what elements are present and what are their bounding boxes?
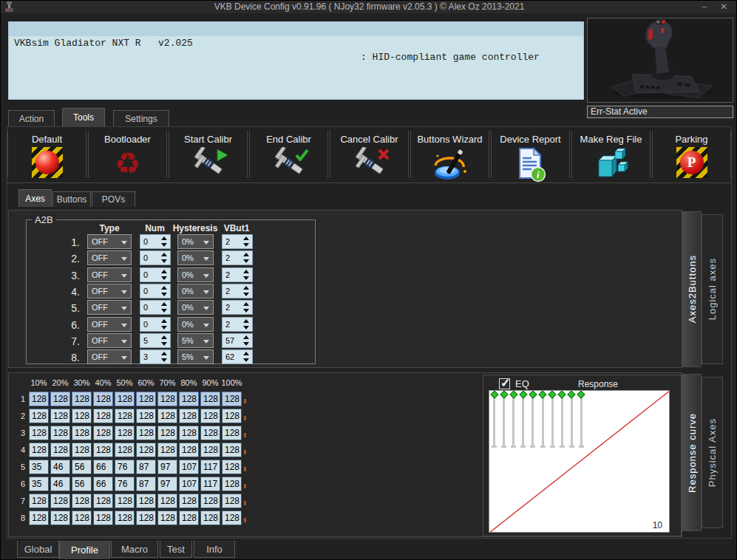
spin-up-icon[interactable] xyxy=(243,352,249,355)
grid-cell[interactable]: 87 xyxy=(136,477,156,491)
grid-cell[interactable]: 128 xyxy=(179,409,199,423)
vbut1-spinner-arrows[interactable] xyxy=(243,352,250,362)
spin-up-icon[interactable] xyxy=(161,335,167,339)
start-calibr-button[interactable]: Start Calibr xyxy=(169,131,248,178)
grid-cell[interactable]: 97 xyxy=(157,460,177,474)
grid-cell[interactable]: 128 xyxy=(29,443,49,457)
grid-cell[interactable]: 128 xyxy=(72,426,92,440)
minimize-button[interactable]: – xyxy=(696,1,713,13)
tab-profile[interactable]: Profile xyxy=(59,541,110,560)
spin-down-icon[interactable] xyxy=(243,342,249,346)
num-spinner-arrows[interactable] xyxy=(161,302,168,313)
grid-cell[interactable]: 128 xyxy=(157,511,177,525)
err-stat-field[interactable]: Err-Stat Active xyxy=(587,106,733,118)
vbut1-spinner[interactable]: 2 xyxy=(222,234,253,249)
grid-cell[interactable]: 97 xyxy=(157,477,177,491)
spin-down-icon[interactable] xyxy=(161,358,167,362)
grid-cell[interactable]: 128 xyxy=(136,494,156,508)
tab-test[interactable]: Test xyxy=(160,541,192,558)
eq-slider-track[interactable] xyxy=(571,397,573,445)
num-spinner[interactable]: 0 xyxy=(140,300,171,315)
default-button[interactable]: Default xyxy=(7,131,86,178)
grid-cell[interactable]: 128 xyxy=(72,409,92,423)
device-info-box[interactable]: VKBsim Gladiator NXT R v2.025 : HID-comp… xyxy=(8,21,584,100)
vbut1-spinner[interactable]: 2 xyxy=(222,250,253,265)
vbut1-spinner[interactable]: 57 xyxy=(222,333,253,348)
vbut1-spinner[interactable]: 2 xyxy=(222,317,253,332)
type-dropdown[interactable]: OFF xyxy=(87,284,132,298)
grid-cell[interactable]: 117 xyxy=(200,477,220,491)
spin-down-icon[interactable] xyxy=(161,259,167,263)
spin-down-icon[interactable] xyxy=(243,326,249,329)
grid-cell[interactable]: 128 xyxy=(157,443,177,457)
grid-cell[interactable]: 46 xyxy=(50,460,70,474)
num-spinner-arrows[interactable] xyxy=(161,253,168,263)
grid-cell[interactable]: 128 xyxy=(179,426,199,440)
grid-cell[interactable]: 128 xyxy=(136,443,156,457)
vbut1-spinner-arrows[interactable] xyxy=(243,236,250,247)
grid-cell[interactable]: 128 xyxy=(222,477,242,491)
grid-cell[interactable]: 66 xyxy=(93,477,113,491)
vbut1-spinner[interactable]: 2 xyxy=(222,267,253,282)
spin-down-icon[interactable] xyxy=(161,326,167,329)
spin-up-icon[interactable] xyxy=(243,302,249,306)
grid-cell[interactable]: 128 xyxy=(200,443,220,457)
hysteresis-dropdown[interactable]: 5% xyxy=(177,349,214,364)
grid-cell[interactable]: 56 xyxy=(72,460,92,474)
spin-down-icon[interactable] xyxy=(161,243,167,247)
grid-cell[interactable]: 128 xyxy=(222,494,242,508)
grid-cell[interactable]: 128 xyxy=(93,494,113,508)
eq-slider-track[interactable] xyxy=(580,397,583,445)
tab-action[interactable]: Action xyxy=(8,110,55,126)
hysteresis-dropdown[interactable]: 0% xyxy=(177,250,214,265)
tab-info[interactable]: Info xyxy=(194,541,235,558)
grid-cell[interactable]: 128 xyxy=(50,426,70,440)
grid-cell[interactable]: 128 xyxy=(115,494,135,508)
grid-cell[interactable]: 128 xyxy=(29,392,49,406)
eq-slider-track[interactable] xyxy=(503,397,505,445)
grid-cell[interactable]: 128 xyxy=(29,426,49,440)
grid-cell[interactable]: 128 xyxy=(200,426,220,440)
grid-cell[interactable]: 35 xyxy=(29,460,49,474)
grid-cell[interactable]: 76 xyxy=(115,477,135,491)
grid-cell[interactable]: 46 xyxy=(50,477,70,491)
grid-cell[interactable]: 128 xyxy=(222,392,242,406)
grid-cell[interactable]: 128 xyxy=(200,409,220,423)
grid-cell[interactable]: 87 xyxy=(136,460,156,474)
response-chart[interactable]: 10 xyxy=(489,390,670,533)
spin-up-icon[interactable] xyxy=(161,319,167,323)
grid-cell[interactable]: 128 xyxy=(72,511,92,525)
spin-up-icon[interactable] xyxy=(243,253,249,256)
grid-cell[interactable]: 56 xyxy=(72,477,92,491)
device-info-row[interactable]: VKBsim Gladiator NXT R v2.025 : HID-comp… xyxy=(9,22,583,36)
vbut1-spinner-arrows[interactable] xyxy=(243,286,250,296)
grid-cell[interactable]: 128 xyxy=(222,426,242,440)
grid-cell[interactable]: 128 xyxy=(115,392,135,406)
grid-cell[interactable]: 128 xyxy=(200,511,220,525)
cancel-calibr-button[interactable]: Cancel Calibr xyxy=(330,131,409,178)
eq-slider-track[interactable] xyxy=(522,397,524,445)
grid-cell[interactable]: 117 xyxy=(200,460,220,474)
grid-cell[interactable]: 128 xyxy=(93,511,113,525)
grid-cell[interactable]: 128 xyxy=(222,460,242,474)
eq-slider-track[interactable] xyxy=(551,397,554,445)
spin-up-icon[interactable] xyxy=(161,286,167,290)
grid-cell[interactable]: 128 xyxy=(179,443,199,457)
grid-cell[interactable]: 128 xyxy=(29,494,49,508)
grid-cell[interactable]: 107 xyxy=(179,460,199,474)
hysteresis-dropdown[interactable]: 5% xyxy=(177,333,214,348)
spin-up-icon[interactable] xyxy=(161,236,167,240)
spin-up-icon[interactable] xyxy=(243,319,249,323)
spin-up-icon[interactable] xyxy=(161,302,167,306)
side-tab-response-curve[interactable]: Response curve xyxy=(682,374,702,531)
vbut1-spinner[interactable]: 62 xyxy=(222,349,253,364)
vbut1-spinner-arrows[interactable] xyxy=(243,335,250,346)
num-spinner-arrows[interactable] xyxy=(161,319,168,329)
spin-down-icon[interactable] xyxy=(243,243,249,247)
grid-cell[interactable]: 128 xyxy=(115,511,135,525)
type-dropdown[interactable]: OFF xyxy=(87,234,132,249)
grid-cell[interactable]: 128 xyxy=(136,392,156,406)
buttons-wizard-button[interactable]: Buttons Wizard xyxy=(410,131,489,178)
make-reg-file-button[interactable]: Make Reg File xyxy=(571,131,651,178)
grid-cell[interactable]: 128 xyxy=(93,409,113,423)
